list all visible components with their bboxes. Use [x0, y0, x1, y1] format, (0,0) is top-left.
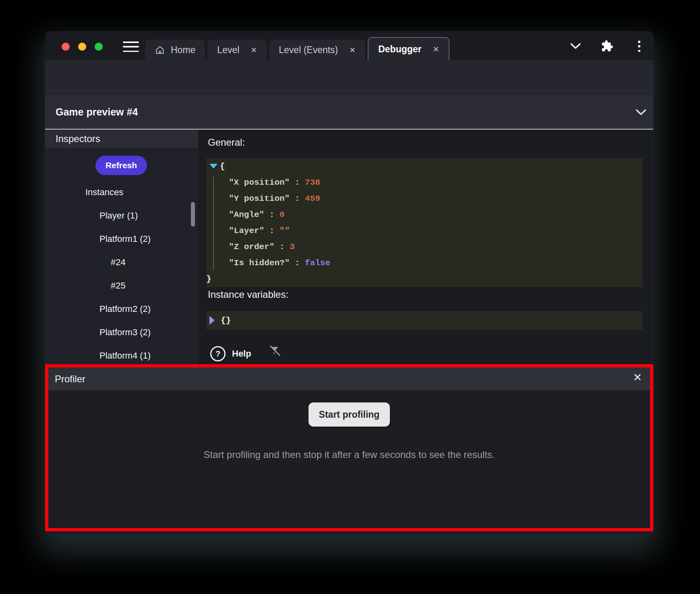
json-property-key: "Layer" :	[229, 226, 280, 235]
json-property-row[interactable]: "Angle" : 0	[206, 206, 643, 223]
json-open-brace: {	[206, 158, 643, 174]
json-property-row[interactable]: "X position" : 738	[206, 174, 643, 190]
tree-item-label: Platform1 (2)	[99, 234, 151, 244]
profiler-panel: Profiler ✕ Start profiling Start profili…	[45, 364, 653, 531]
window-close-button[interactable]	[62, 43, 70, 51]
collapsed-arrow-icon[interactable]	[209, 316, 215, 325]
inspector-panel: General: { "X position" : 738 "Y positio…	[198, 130, 653, 365]
menu-hamburger-icon[interactable]	[123, 41, 139, 52]
start-profiling-button[interactable]: Start profiling	[309, 402, 390, 427]
json-property-value: 738	[305, 178, 320, 187]
game-preview-title: Game preview #4	[56, 95, 138, 129]
profiler-title: Profiler	[55, 373, 85, 385]
tree-item-label: Platform2 (2)	[99, 304, 151, 314]
json-property-row[interactable]: "Z order" : 3	[206, 239, 643, 255]
expand-arrow-icon[interactable]	[209, 164, 217, 169]
json-property-value: false	[305, 258, 330, 268]
profiler-header: Profiler ✕	[48, 367, 650, 390]
json-properties: "X position" : 738 "Y position" : 459 "A…	[206, 174, 643, 271]
tab-bar: Home Level ✕ Level (Events) ✕ Debugger ✕	[145, 37, 449, 60]
help-button[interactable]: ? Help	[210, 346, 251, 361]
json-property-value: 0	[280, 210, 285, 219]
screenshot-stage: Home Level ✕ Level (Events) ✕ Debugger ✕	[0, 0, 700, 594]
tree-item-label: #25	[111, 280, 126, 291]
close-icon[interactable]: ✕	[633, 372, 642, 383]
tree-item[interactable]: #25	[45, 274, 198, 297]
json-property-key: "Y position" :	[229, 194, 305, 203]
json-property-value: 459	[305, 194, 320, 203]
home-icon	[155, 45, 165, 55]
json-property-value: 3	[290, 242, 295, 252]
json-property-key: "Z order" :	[229, 242, 290, 252]
tree-item-label: Platform3 (2)	[99, 327, 151, 338]
tab-level-events[interactable]: Level (Events) ✕	[269, 39, 365, 60]
json-property-row[interactable]: "Is hidden?" : false	[206, 255, 643, 271]
refresh-button[interactable]: Refresh	[95, 156, 147, 175]
help-question-icon: ?	[210, 346, 226, 361]
tree-item-label: #24	[111, 257, 126, 268]
game-preview-bar[interactable]: Game preview #4	[45, 94, 653, 129]
tab-debugger[interactable]: Debugger ✕	[368, 37, 449, 60]
tab-level[interactable]: Level ✕	[207, 39, 267, 60]
tab-label: Level	[217, 45, 239, 56]
instances-tree: Instances Player (1) Platform1 (2) #24	[45, 181, 198, 367]
tab-label: Level (Events)	[279, 45, 338, 56]
tree-item-label: Platform4 (1)	[99, 351, 151, 361]
window-zoom-button[interactable]	[95, 43, 103, 51]
tab-label: Debugger	[378, 44, 421, 55]
chevron-down-icon[interactable]	[570, 43, 581, 50]
json-property-row[interactable]: "Layer" : ""	[206, 223, 643, 239]
app-window: Home Level ✕ Level (Events) ✕ Debugger ✕	[45, 31, 653, 535]
help-label: Help	[232, 349, 251, 359]
instance-variables-value: {}	[221, 316, 231, 325]
debugger-toolbar: Pause	[45, 60, 653, 94]
tree-item[interactable]: Platform3 (2)	[45, 321, 198, 344]
tree-item-label: Instances	[85, 187, 123, 198]
json-property-row[interactable]: "Y position" : 459	[206, 190, 643, 206]
tree-item-label: Player (1)	[99, 210, 138, 221]
chevron-down-icon[interactable]	[636, 109, 646, 116]
profiler-body: Start profiling Start profiling and then…	[48, 390, 650, 528]
close-icon[interactable]: ✕	[349, 45, 356, 55]
tree-item[interactable]: #24	[45, 251, 198, 274]
general-label: General:	[208, 137, 245, 148]
extensions-puzzle-icon[interactable]	[601, 40, 613, 52]
json-property-value: ""	[280, 226, 290, 235]
tree-item[interactable]: Player (1)	[45, 204, 198, 227]
tab-label: Home	[171, 45, 195, 56]
inspectors-header: Inspectors	[45, 130, 198, 148]
overflow-menu-icon[interactable]	[638, 41, 641, 52]
sidebar-scrollbar-thumb[interactable]	[191, 202, 195, 227]
indent-guide	[213, 177, 214, 270]
window-minimize-button[interactable]	[78, 43, 86, 51]
tree-item[interactable]: Platform1 (2)	[45, 227, 198, 251]
inspectors-sidebar: Inspectors Refresh Instances Player (1) …	[45, 130, 198, 365]
close-icon[interactable]: ✕	[433, 45, 439, 54]
json-property-key: "X position" :	[229, 178, 305, 187]
instance-variables-label: Instance variables:	[208, 289, 288, 300]
json-property-key: "Is hidden?" :	[229, 258, 305, 268]
tab-home[interactable]: Home	[145, 39, 205, 60]
titlebar: Home Level ✕ Level (Events) ✕ Debugger ✕	[45, 31, 653, 60]
tree-item[interactable]: Platform2 (2)	[45, 297, 198, 321]
profiler-message: Start profiling and then stop it after a…	[203, 449, 495, 460]
instance-variables-view: {}	[206, 311, 643, 330]
json-close-brace: }	[206, 271, 643, 287]
general-json-view: { "X position" : 738 "Y position" : 459	[206, 158, 643, 287]
tree-item[interactable]: Instances	[45, 181, 198, 204]
json-property-key: "Angle" :	[229, 210, 280, 219]
filter-off-icon[interactable]	[267, 344, 281, 358]
close-icon[interactable]: ✕	[251, 45, 257, 55]
